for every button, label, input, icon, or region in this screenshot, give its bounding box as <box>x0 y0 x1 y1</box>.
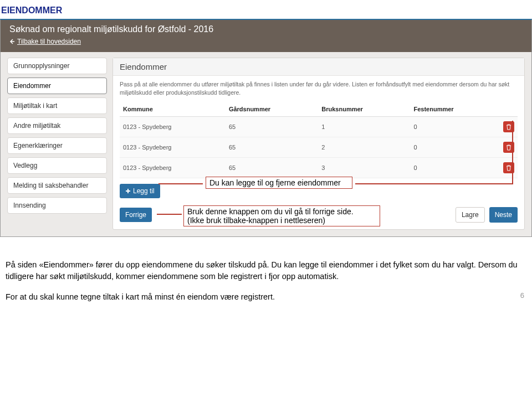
app-title: Søknad om regionalt miljøtilskudd for Øs… <box>9 24 523 34</box>
table-row: 0123 - Spydeberg 65 3 0 <box>120 158 518 178</box>
col-festenummer: Festenummer <box>410 102 500 117</box>
properties-table: Kommune Gårdsnummer Bruksnummer Festenum… <box>120 102 518 178</box>
col-gardsnummer: Gårdsnummer <box>226 102 318 117</box>
cell-gard: 65 <box>226 117 318 137</box>
next-button-label: Neste <box>495 211 512 219</box>
cell-bruk: 3 <box>318 158 410 178</box>
document-heading: EIENDOMMER <box>0 0 532 19</box>
trash-icon <box>506 144 511 151</box>
cell-kommune: 0123 - Spydeberg <box>120 158 226 178</box>
add-button-label: Legg til <box>133 187 155 195</box>
save-button-label: Lagre <box>462 211 479 219</box>
sidebar-item-andre-miljotiltak[interactable]: Andre miljøtiltak <box>7 117 107 134</box>
main-panel: Eiendommer Pass på at alle eiendommer du… <box>112 58 525 230</box>
trash-icon <box>506 123 511 130</box>
back-link-label: Tilbake til hovedsiden <box>17 38 81 45</box>
back-to-main-link[interactable]: Tilbake til hovedsiden <box>9 38 81 45</box>
sidebar-item-miljotiltak-kart[interactable]: Miljøtiltak i kart <box>7 97 107 114</box>
cell-gard: 65 <box>226 137 318 158</box>
cell-kommune: 0123 - Spydeberg <box>120 117 226 137</box>
sidebar-item-egenerklaringer[interactable]: Egenerklæringer <box>7 137 107 154</box>
sidebar-item-grunnopplysninger[interactable]: Grunnopplysninger <box>7 58 107 74</box>
sidebar-item-melding[interactable]: Melding til saksbehandler <box>7 177 107 194</box>
cell-kommune: 0123 - Spydeberg <box>120 137 226 158</box>
table-row: 0123 - Spydeberg 65 1 0 <box>120 117 518 137</box>
cell-feste: 0 <box>410 137 500 158</box>
sidebar-item-innsending[interactable]: Innsending <box>7 197 107 214</box>
sidebar-nav: Grunnopplysninger Eiendommer Miljøtiltak… <box>7 58 107 230</box>
cell-feste: 0 <box>410 158 500 178</box>
callout-prev-line1: Bruk denne knappen om du vil gå til forr… <box>187 207 376 216</box>
plus-icon <box>125 188 131 194</box>
body-paragraph-1: På siden «Eiendommer» fører du opp eiend… <box>6 259 526 282</box>
add-property-button[interactable]: Legg til <box>120 184 160 198</box>
body-paragraph-2: For at du skal kunne tegne tiltak i kart… <box>6 291 526 303</box>
callout-line <box>512 121 513 183</box>
table-row: 0123 - Spydeberg 65 2 0 <box>120 137 518 158</box>
cell-bruk: 1 <box>318 117 410 137</box>
callout-prev-line2: (Ikke bruk tilbake-knappen i nettleseren… <box>187 216 376 225</box>
previous-button[interactable]: Forrige <box>120 208 152 222</box>
callout-line <box>355 183 513 184</box>
cell-gard: 65 <box>226 158 318 178</box>
save-button[interactable]: Lagre <box>456 207 485 223</box>
trash-icon <box>506 164 511 171</box>
app-header: Søknad om regionalt miljøtilskudd for Øs… <box>1 20 531 52</box>
next-button[interactable]: Neste <box>489 207 518 223</box>
callout-line <box>157 214 182 215</box>
previous-button-label: Forrige <box>125 211 146 219</box>
callout-prev-text: Bruk denne knappen om du vil gå til forr… <box>183 205 380 226</box>
cell-feste: 0 <box>410 117 500 137</box>
page-number: 6 <box>520 291 524 300</box>
callout-add-text: Du kan legge til og fjerne eiendommer <box>206 177 352 189</box>
col-kommune: Kommune <box>120 102 226 117</box>
panel-intro-text: Pass på at alle eiendommer du utfører mi… <box>120 80 518 96</box>
col-bruksnummer: Bruksnummer <box>318 102 410 117</box>
panel-title: Eiendommer <box>113 58 524 76</box>
arrow-left-icon <box>9 39 15 44</box>
sidebar-item-eiendommer[interactable]: Eiendommer <box>7 78 107 94</box>
document-body: På siden «Eiendommer» fører du opp eiend… <box>0 237 532 303</box>
callout-line <box>158 183 203 184</box>
cell-bruk: 2 <box>318 137 410 158</box>
sidebar-item-vedlegg[interactable]: Vedlegg <box>7 157 107 174</box>
app-screenshot: Søknad om regionalt miljøtilskudd for Øs… <box>0 19 532 237</box>
